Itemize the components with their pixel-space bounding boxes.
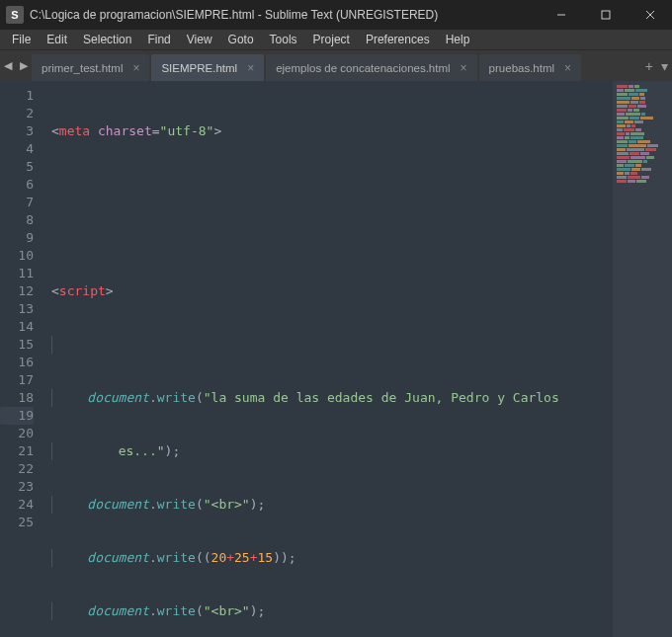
menu-tools[interactable]: Tools [262,30,305,49]
tab-siempre[interactable]: SIEMPRE.html× [151,54,264,82]
code-content[interactable]: <meta charset="utf-8"> <script> document… [43,81,613,637]
nav-back-button[interactable]: ◀ [0,59,16,72]
menu-file[interactable]: File [4,30,39,49]
nav-forward-button[interactable]: ▶ [16,59,32,72]
menu-view[interactable]: View [179,30,220,49]
window-controls [539,0,672,30]
tab-label: primer_test.html [42,62,123,74]
tab-label: ejemplos de concatenaciones.html [276,62,450,74]
tab-menu-button[interactable]: ▾ [657,58,672,74]
line-number-gutter[interactable]: 1234567891011121314151617181920212223242… [0,81,43,637]
editor-area[interactable]: 1234567891011121314151617181920212223242… [0,81,672,637]
tab-label: SIEMPRE.html [161,62,237,74]
tab-close-icon[interactable]: × [132,61,139,75]
tab-ejemplos[interactable]: ejemplos de concatenaciones.html× [266,54,476,82]
menu-project[interactable]: Project [305,30,358,49]
minimap[interactable] [613,81,672,637]
menu-bar: File Edit Selection Find View Goto Tools… [0,30,672,49]
maximize-button[interactable] [583,0,628,30]
window-title: C:\Logica de programacion\SIEMPRE.html -… [30,8,539,22]
svg-rect-0 [602,11,610,19]
tab-close-icon[interactable]: × [247,61,254,75]
new-tab-button[interactable]: + [641,58,657,74]
menu-preferences[interactable]: Preferences [358,30,438,49]
menu-help[interactable]: Help [438,30,478,49]
menu-selection[interactable]: Selection [75,30,139,49]
menu-edit[interactable]: Edit [39,30,75,49]
tab-close-icon[interactable]: × [564,61,571,75]
tab-pruebas[interactable]: pruebas.html× [479,54,582,82]
tab-bar: ◀ ▶ primer_test.html× SIEMPRE.html× ejem… [0,49,672,81]
tabs-container: primer_test.html× SIEMPRE.html× ejemplos… [32,50,641,82]
menu-goto[interactable]: Goto [220,30,262,49]
title-bar: S C:\Logica de programacion\SIEMPRE.html… [0,0,672,30]
tab-label: pruebas.html [489,62,554,74]
close-button[interactable] [628,0,672,30]
minimap-content [617,85,668,180]
tab-primer-test[interactable]: primer_test.html× [32,54,149,82]
minimize-button[interactable] [539,0,583,30]
tab-close-icon[interactable]: × [461,61,467,75]
app-icon: S [6,6,24,24]
menu-find[interactable]: Find [139,30,178,49]
